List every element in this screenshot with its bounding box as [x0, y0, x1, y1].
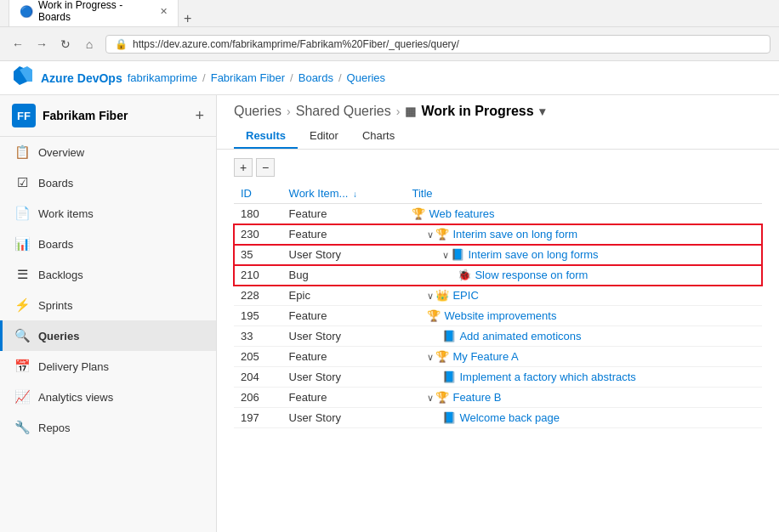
- expand-all-button[interactable]: +: [234, 158, 253, 177]
- table-row[interactable]: 197User Story📘Welcome back page: [234, 408, 762, 428]
- table-row[interactable]: 210Bug🐞Slow response on form: [234, 265, 762, 286]
- cell-id: 205: [234, 347, 282, 367]
- query-table-icon: ▦: [405, 105, 416, 118]
- results-table-area: + − ID Work Item... ↓ Title 180Feature🏆W…: [217, 150, 779, 532]
- title-dropdown-icon[interactable]: ▾: [539, 105, 545, 118]
- tab-title: Work in Progress - Boards: [38, 0, 155, 23]
- cell-title[interactable]: 🏆Website improvements: [405, 306, 762, 326]
- work-item-link[interactable]: My Feature A: [452, 350, 518, 363]
- tab-close-btn[interactable]: ✕: [160, 6, 168, 17]
- cell-id: 230: [234, 224, 282, 245]
- wi-type-icon: 🏆: [435, 350, 449, 363]
- expand-chevron[interactable]: ∨: [427, 291, 434, 301]
- tab-charts[interactable]: Charts: [350, 124, 407, 149]
- work-item-link[interactable]: Website improvements: [444, 309, 556, 322]
- cell-title[interactable]: 📘Implement a factory which abstracts: [405, 367, 762, 388]
- tab-results[interactable]: Results: [234, 124, 298, 149]
- sidebar-icon-repos: 🔧: [14, 420, 30, 435]
- sidebar-item-repos[interactable]: 🔧 Repos: [0, 412, 216, 443]
- sidebar-item-sprints[interactable]: ⚡ Sprints: [0, 290, 216, 320]
- new-tab-button[interactable]: +: [179, 11, 196, 26]
- back-button[interactable]: ←: [9, 35, 27, 54]
- cell-title[interactable]: ∨🏆My Feature A: [405, 347, 762, 367]
- col-workitem[interactable]: Work Item... ↓: [282, 184, 406, 204]
- work-item-link[interactable]: Interim save on long form: [452, 228, 577, 241]
- col-title[interactable]: Title: [405, 184, 762, 204]
- sidebar-item-boards[interactable]: 📊 Boards: [0, 229, 216, 259]
- expand-chevron[interactable]: ∨: [442, 250, 449, 260]
- bc-chevron-2: ›: [396, 105, 401, 118]
- cell-title[interactable]: ∨🏆Interim save on long form: [405, 224, 762, 245]
- table-row[interactable]: 205Feature∨🏆My Feature A: [234, 347, 762, 367]
- cell-title[interactable]: 📘Welcome back page: [405, 408, 762, 428]
- sidebar-item-overview[interactable]: 📋 Overview: [0, 137, 216, 167]
- url-bar[interactable]: 🔒 https://dev.azure.com/fabrikamprime/Fa…: [105, 35, 770, 54]
- table-row[interactable]: 204User Story📘Implement a factory which …: [234, 367, 762, 388]
- work-item-link[interactable]: Web features: [429, 207, 494, 220]
- sidebar-item-work-items[interactable]: 📄 Work items: [0, 198, 216, 229]
- collapse-all-button[interactable]: −: [256, 158, 275, 177]
- table-body: 180Feature🏆Web features230Feature∨🏆Inter…: [234, 204, 762, 428]
- work-item-link[interactable]: Welcome back page: [459, 411, 560, 424]
- cell-title[interactable]: 🐞Slow response on form: [405, 265, 762, 286]
- sidebar-icon-sprints: ⚡: [14, 297, 30, 313]
- table-row[interactable]: 228Epic∨👑EPIC: [234, 286, 762, 306]
- page-link[interactable]: Queries: [347, 71, 386, 84]
- cell-type: User Story: [282, 367, 406, 388]
- bc-shared-queries[interactable]: Shared Queries: [296, 104, 391, 119]
- table-row[interactable]: 180Feature🏆Web features: [234, 204, 762, 224]
- org-link[interactable]: fabrikamprime: [128, 71, 197, 84]
- table-row[interactable]: 206Feature∨🏆Feature B: [234, 388, 762, 408]
- lock-icon: 🔒: [115, 38, 128, 50]
- sidebar-icon-boards: 📊: [14, 236, 30, 252]
- wi-type-icon: 🐞: [458, 269, 471, 281]
- cell-title[interactable]: ∨📘Interim save on long forms: [405, 245, 762, 265]
- sep1: /: [202, 71, 206, 84]
- sidebar-item-analytics-views[interactable]: 📈 Analytics views: [0, 382, 216, 412]
- sidebar-label-repos: Repos: [38, 422, 71, 434]
- section-link[interactable]: Boards: [299, 71, 333, 84]
- work-item-link[interactable]: Implement a factory which abstracts: [459, 371, 635, 383]
- sidebar-item-delivery-plans[interactable]: 📅 Delivery Plans: [0, 351, 216, 382]
- main-content: Queries › Shared Queries › ▦ Work in Pro…: [217, 95, 779, 532]
- sidebar-item-queries[interactable]: 🔍 Queries: [0, 320, 216, 351]
- browser-address-bar: ← → ↻ ⌂ 🔒 https://dev.azure.com/fabrikam…: [0, 27, 779, 61]
- tab-editor[interactable]: Editor: [298, 124, 350, 149]
- project-link[interactable]: Fabrikam Fiber: [211, 71, 285, 84]
- col-id[interactable]: ID: [234, 184, 282, 204]
- cell-title[interactable]: ∨👑EPIC: [405, 286, 762, 306]
- table-row[interactable]: 230Feature∨🏆Interim save on long form: [234, 224, 762, 245]
- refresh-button[interactable]: ↻: [56, 35, 75, 54]
- sidebar-item-backlogs[interactable]: ☰ Backlogs: [0, 259, 216, 290]
- work-item-link[interactable]: EPIC: [452, 289, 478, 302]
- add-project-button[interactable]: +: [195, 107, 204, 125]
- app-container: Azure DevOps fabrikamprime / Fabrikam Fi…: [0, 61, 779, 532]
- active-tab[interactable]: 🔵 Work in Progress - Boards ✕: [9, 0, 179, 26]
- sidebar-icon-boards-section: ☑: [14, 175, 30, 190]
- project-name: Fabrikam Fiber: [43, 109, 188, 122]
- sidebar-item-boards-section[interactable]: ☑ Boards: [0, 167, 216, 198]
- expand-chevron[interactable]: ∨: [427, 229, 434, 240]
- cell-title[interactable]: 📘Add animated emoticons: [405, 326, 762, 347]
- cell-type: Feature: [282, 224, 406, 245]
- table-row[interactable]: 33User Story📘Add animated emoticons: [234, 326, 762, 347]
- cell-title[interactable]: 🏆Web features: [405, 204, 762, 224]
- work-item-link[interactable]: Slow response on form: [475, 269, 588, 281]
- bc-queries[interactable]: Queries: [234, 104, 281, 119]
- work-item-link[interactable]: Feature B: [452, 391, 501, 404]
- table-header-row: ID Work Item... ↓ Title: [234, 184, 762, 204]
- wi-type-icon: 🏆: [435, 228, 449, 241]
- work-item-link[interactable]: Interim save on long forms: [468, 248, 598, 261]
- table-row[interactable]: 35User Story∨📘Interim save on long forms: [234, 245, 762, 265]
- expand-chevron[interactable]: ∨: [427, 393, 434, 403]
- expand-chevron[interactable]: ∨: [427, 352, 434, 362]
- work-item-link[interactable]: Add animated emoticons: [459, 330, 581, 342]
- cell-title[interactable]: ∨🏆Feature B: [405, 388, 762, 408]
- home-button[interactable]: ⌂: [80, 35, 99, 54]
- sidebar-icon-queries: 🔍: [14, 328, 30, 343]
- table-row[interactable]: 195Feature🏆Website improvements: [234, 306, 762, 326]
- cell-id: 206: [234, 388, 282, 408]
- sidebar-label-backlogs: Backlogs: [38, 269, 83, 281]
- sidebar-nav: 📋 Overview ☑ Boards 📄 Work items 📊 Board…: [0, 137, 216, 443]
- forward-button[interactable]: →: [32, 35, 51, 54]
